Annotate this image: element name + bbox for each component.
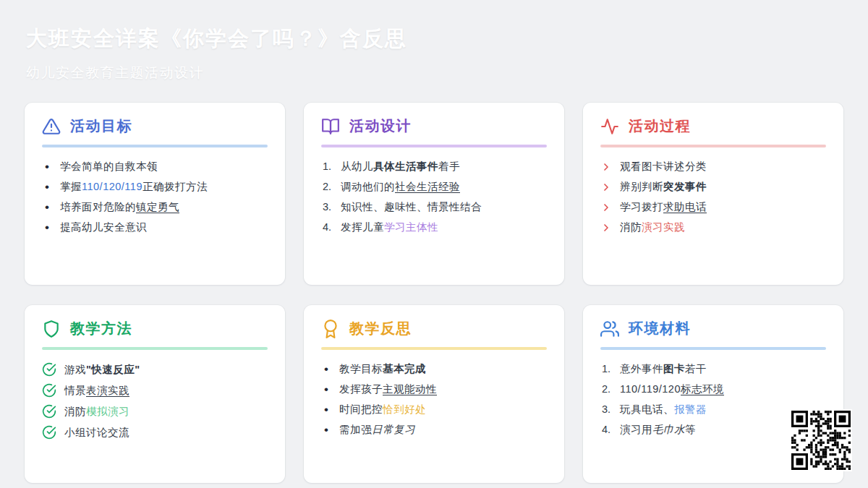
bullet-marker: • [42, 180, 52, 194]
text-segment: 学会简单的自救本领 [60, 160, 158, 172]
item-text: 调动他们的社会生活经验 [341, 180, 460, 194]
item-text: 学习拨打求助电话 [620, 200, 707, 214]
check-circle-icon [42, 425, 56, 440]
text-segment: 发挥孩子 [339, 383, 383, 395]
list-item: •教学目标基本完成 [321, 362, 547, 376]
text-segment: 学习拨打 [620, 201, 663, 213]
text-segment: 消防 [64, 406, 86, 417]
card-header: 活动目标 [42, 116, 268, 136]
bullet-marker: • [42, 160, 52, 174]
check-circle-icon [42, 362, 56, 377]
text-segment: 游戏 [64, 364, 86, 375]
card-title: 活动设计 [349, 116, 412, 136]
number-marker: 4. [321, 221, 333, 234]
page-title: 大班安全详案《你学会了吗？》含反思 [26, 25, 407, 53]
list-item: 3.知识性、趣味性、情景性结合 [321, 200, 547, 214]
text-segment: 调动他们的 [341, 181, 395, 192]
list-item: 2.调动他们的社会生活经验 [321, 180, 547, 194]
award-icon [321, 320, 340, 338]
shield-icon [42, 320, 61, 338]
accent-underline [42, 145, 268, 147]
number-marker: 3. [600, 403, 612, 416]
text-segment: 等 [685, 424, 696, 435]
item-text: 观看图卡讲述分类 [620, 160, 707, 174]
bullet-marker: • [321, 362, 331, 376]
item-text: 提高幼儿安全意识 [60, 221, 147, 234]
list-item: 情景表演实践 [42, 383, 268, 398]
users-icon [600, 320, 619, 338]
card-items: 观看图卡讲述分类辨别判断突发事件学习拨打求助电话消防演习实践 [600, 160, 826, 234]
text-segment: 玩具电话、 [620, 403, 674, 415]
text-segment: 意外事件 [620, 363, 663, 374]
text-segment: 求助电话 [663, 201, 707, 213]
list-item: •掌握110/120/119正确拨打方法 [42, 180, 268, 194]
text-segment: 情景 [64, 385, 86, 396]
bullet-marker: • [42, 200, 52, 214]
item-text: 发挥儿童学习主体性 [341, 221, 438, 234]
accent-underline [42, 347, 268, 350]
item-text: 从幼儿具体生活事件着手 [341, 160, 460, 174]
item-text: 时间把控恰到好处 [339, 403, 426, 416]
list-item: 4.发挥儿童学习主体性 [321, 221, 547, 234]
card-items: •教学目标基本完成•发挥孩子主观能动性•时间把控恰到好处•需加强日常复习 [321, 362, 547, 437]
list-item: 1.意外事件图卡若干 [600, 362, 826, 376]
text-segment: 镇定勇气 [136, 201, 179, 213]
item-text: 发挥孩子主观能动性 [339, 382, 437, 396]
number-marker: 2. [321, 180, 333, 194]
accent-underline [600, 145, 826, 147]
item-text: 小组讨论交流 [64, 426, 129, 440]
text-segment: 模拟演习 [86, 406, 129, 417]
card-header: 教学方法 [42, 319, 268, 338]
text-segment: 时间把控 [339, 403, 383, 415]
card-header: 活动设计 [321, 116, 547, 136]
text-segment: 图卡 [663, 363, 685, 374]
text-segment: 110/119/120 [620, 383, 681, 395]
card-items: 游戏"快速反应"情景表演实践消防模拟演习小组讨论交流 [42, 362, 268, 440]
text-segment: 110/120/119 [82, 181, 142, 192]
text-segment: 观看图卡讲述分类 [620, 160, 707, 172]
list-item: •培养面对危险的镇定勇气 [42, 200, 268, 214]
book-open-icon [321, 117, 340, 136]
text-segment: 基本完成 [383, 363, 426, 374]
text-segment: 标志环境 [681, 383, 724, 395]
text-segment: 教学目标 [339, 363, 383, 374]
list-item: 游戏"快速反应" [42, 362, 268, 377]
text-segment: 小组讨论交流 [64, 427, 129, 438]
number-marker: 1. [321, 160, 333, 174]
chevron-right-icon [600, 202, 612, 213]
card-activity-goals: 活动目标 •学会简单的自救本领•掌握110/120/119正确拨打方法•培养面对… [25, 103, 285, 285]
text-segment: 演习用 [620, 424, 652, 435]
list-item: 学习拨打求助电话 [600, 200, 826, 214]
check-circle-icon [42, 383, 56, 398]
item-text: 培养面对危险的镇定勇气 [60, 200, 179, 214]
text-segment: "快速反应" [86, 364, 140, 375]
bullet-marker: • [321, 382, 331, 396]
text-segment: 报警器 [674, 403, 707, 415]
item-text: 情景表演实践 [64, 384, 129, 398]
text-segment: 需加强 [339, 424, 372, 435]
card-title: 活动过程 [629, 116, 691, 136]
bullet-marker: • [42, 221, 52, 234]
item-text: 演习用毛巾水等 [620, 423, 696, 437]
text-segment: 掌握 [60, 181, 82, 192]
list-item: 小组讨论交流 [42, 425, 268, 440]
card-activity-design: 活动设计 1.从幼儿具体生活事件着手2.调动他们的社会生活经验3.知识性、趣味性… [304, 103, 564, 285]
text-segment: 毛巾水 [652, 424, 685, 435]
text-segment: 社会生活经验 [395, 181, 460, 192]
item-text: 意外事件图卡若干 [620, 362, 707, 376]
number-marker: 2. [600, 382, 612, 396]
text-segment: 若干 [685, 363, 707, 374]
card-items: 1.从幼儿具体生活事件着手2.调动他们的社会生活经验3.知识性、趣味性、情景性结… [321, 160, 547, 234]
text-segment: 消防 [620, 221, 642, 233]
page-subtitle: 幼儿安全教育主题活动设计 [26, 64, 407, 82]
item-text: 消防演习实践 [620, 221, 685, 234]
text-segment: 主观能动性 [383, 383, 437, 395]
item-text: 110/119/120标志环境 [620, 382, 724, 396]
card-items: •学会简单的自救本领•掌握110/120/119正确拨打方法•培养面对危险的镇定… [42, 160, 268, 234]
list-item: •需加强日常复习 [321, 423, 547, 437]
text-segment: 培养面对危险的 [60, 201, 136, 213]
item-text: 消防模拟演习 [64, 405, 129, 419]
text-segment: 具体生活事件 [373, 160, 438, 172]
card-title: 教学反思 [349, 319, 412, 338]
card-header: 教学反思 [321, 319, 547, 338]
